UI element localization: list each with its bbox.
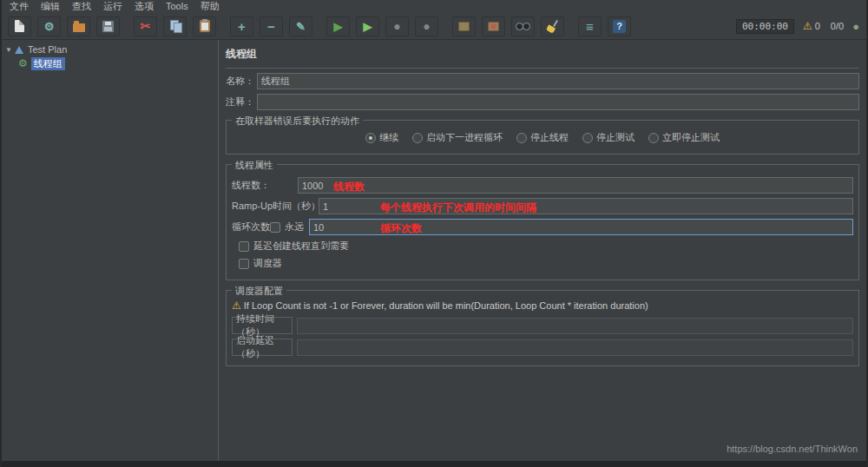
radio-label: 停止线程 xyxy=(530,131,569,144)
group-title: 线程属性 xyxy=(232,159,277,172)
help-question-icon: ? xyxy=(613,20,626,33)
scheduler-checkbox[interactable] xyxy=(239,259,249,269)
open-folder-icon xyxy=(73,23,85,32)
clear-broom-icon xyxy=(546,20,559,32)
radio-icon xyxy=(516,133,527,143)
start-button[interactable]: ▶ xyxy=(326,16,350,36)
name-row: 名称： 线程组 xyxy=(226,73,859,89)
radio-continue[interactable]: 继续 xyxy=(365,131,398,144)
menu-options[interactable]: 选项 xyxy=(128,0,160,13)
copy-icon xyxy=(169,20,181,32)
clear-all-button[interactable] xyxy=(541,16,564,36)
remote-shutdown-all-button[interactable] xyxy=(482,16,505,36)
menu-bar: 文件 编辑 查找 运行 选项 Tools 帮助 xyxy=(2,0,866,13)
remove-button[interactable]: − xyxy=(260,16,283,36)
page-title: 线程组 xyxy=(226,46,859,69)
tree-item-test-plan[interactable]: ▼ Test Plan xyxy=(2,43,218,56)
thread-properties-group: 线程属性 线程数： 1000 线程数 Ramp-Up时间（秒）： 1 每个线程执… xyxy=(226,164,859,280)
radio-label: 停止测试 xyxy=(596,131,635,144)
remote-start-all-button[interactable] xyxy=(452,16,476,36)
toolbar: ⚙ ✂ + − ✎ ▶ ▶ ● ● ≡ ? 00:00:00 ⚠ 0 0/0 ● xyxy=(2,13,866,40)
radio-start-next-loop[interactable]: 启动下一进程循环 xyxy=(412,131,503,144)
cut-button[interactable]: ✂ xyxy=(134,16,157,36)
action-radio-row: 继续 启动下一进程循环 停止线程 停止测试 立即停止测试 xyxy=(232,128,853,148)
content-area: ▼ Test Plan ⚙ 线程组 线程组 名称： 线程组 注释： 在取样器错误… xyxy=(2,40,866,461)
remove-minus-icon: − xyxy=(267,20,275,33)
function-helper-button[interactable]: ≡ xyxy=(578,16,602,36)
duration-label: 持续时间（秒） xyxy=(232,317,293,334)
sampler-error-action-group: 在取样器错误后要执行的动作 继续 启动下一进程循环 停止线程 停止测试 立即停止… xyxy=(226,120,859,155)
toggle-button[interactable]: ✎ xyxy=(289,16,312,36)
forever-checkbox[interactable] xyxy=(270,222,280,233)
start-no-pauses-play-icon: ▶ xyxy=(364,21,372,32)
jmeter-window: 文件 编辑 查找 运行 选项 Tools 帮助 ⚙ ✂ + − ✎ ▶ ▶ ● … xyxy=(0,0,868,467)
function-helper-icon: ≡ xyxy=(586,20,594,33)
duration-row: 持续时间（秒） xyxy=(232,317,853,334)
rampup-row: Ramp-Up时间（秒）： 1 每个线程执行下次调用的时间间隔 xyxy=(232,198,853,214)
paste-button[interactable] xyxy=(193,16,216,36)
startup-delay-input[interactable] xyxy=(297,339,853,356)
tree-item-label: Test Plan xyxy=(28,44,67,55)
tree-item-thread-group[interactable]: ⚙ 线程组 xyxy=(2,56,218,70)
scheduler-label: 调度器 xyxy=(253,257,282,270)
search-button[interactable] xyxy=(511,16,535,36)
templates-button[interactable]: ⚙ xyxy=(37,16,61,36)
warning-icon: ⚠ xyxy=(803,21,812,31)
warning-icon: ⚠ xyxy=(232,300,241,311)
warning-count: 0 xyxy=(815,21,820,31)
paste-clipboard-icon xyxy=(200,20,210,32)
log-warning-indicator[interactable]: ⚠ 0 xyxy=(803,21,820,31)
radio-stop-thread[interactable]: 停止线程 xyxy=(516,131,569,144)
menu-help[interactable]: 帮助 xyxy=(194,0,226,13)
stop-button[interactable]: ● xyxy=(385,16,409,36)
menu-edit[interactable]: 编辑 xyxy=(35,0,66,13)
loop-count-row: 循环次数 永远 10 循环次数 xyxy=(232,219,853,235)
annotation-threads: 线程数 xyxy=(333,180,365,194)
window-edge xyxy=(2,461,866,467)
copy-button[interactable] xyxy=(163,16,187,36)
add-button[interactable]: + xyxy=(230,16,253,36)
toolbar-status-area: 00:00:00 ⚠ 0 0/0 ● xyxy=(736,19,859,34)
comment-row: 注释： xyxy=(226,94,859,110)
scheduler-warning-row: ⚠ If Loop Count is not -1 or Forever, du… xyxy=(232,300,853,311)
threads-label: 线程数： xyxy=(232,179,298,192)
radio-icon xyxy=(412,133,423,143)
shutdown-circle-icon: ● xyxy=(423,20,430,32)
help-button[interactable]: ? xyxy=(608,16,631,36)
expander-icon[interactable]: ▼ xyxy=(5,46,15,54)
thread-counter: 0/0 xyxy=(831,21,844,31)
stop-circle-icon: ● xyxy=(393,20,400,32)
radio-label: 继续 xyxy=(379,131,398,144)
delay-create-label: 延迟创建线程直到需要 xyxy=(253,240,349,253)
thread-group-panel: 线程组 名称： 线程组 注释： 在取样器错误后要执行的动作 继续 启动下一进程循… xyxy=(219,40,866,461)
save-button[interactable] xyxy=(96,16,120,36)
comment-label: 注释： xyxy=(226,95,257,109)
cut-scissors-icon: ✂ xyxy=(141,20,151,32)
comment-input[interactable] xyxy=(257,94,859,110)
start-no-pauses-button[interactable]: ▶ xyxy=(356,16,379,36)
test-plan-icon xyxy=(15,46,23,54)
menu-run[interactable]: 运行 xyxy=(97,0,128,13)
test-status-circle-icon: ● xyxy=(852,21,859,32)
radio-stop-test-now[interactable]: 立即停止测试 xyxy=(648,131,720,144)
threads-input[interactable]: 1000 xyxy=(298,177,853,194)
tree-item-label-selected: 线程组 xyxy=(31,57,65,70)
menu-tools[interactable]: Tools xyxy=(160,0,194,13)
shutdown-button[interactable]: ● xyxy=(415,16,438,36)
radio-label: 立即停止测试 xyxy=(662,131,720,144)
threads-row: 线程数： 1000 线程数 xyxy=(232,177,853,194)
duration-input[interactable] xyxy=(297,318,853,334)
open-file-button[interactable] xyxy=(67,16,90,36)
menu-file[interactable]: 文件 xyxy=(3,0,35,13)
radio-stop-test[interactable]: 停止测试 xyxy=(582,131,635,144)
annotation-rampup: 每个线程执行下次调用的时间间隔 xyxy=(380,201,536,215)
menu-search[interactable]: 查找 xyxy=(66,0,97,13)
group-title: 调度器配置 xyxy=(232,285,286,298)
radio-icon xyxy=(648,133,659,143)
scheduler-config-group: 调度器配置 ⚠ If Loop Count is not -1 or Forev… xyxy=(226,290,859,366)
name-input[interactable]: 线程组 xyxy=(257,73,859,89)
new-file-button[interactable] xyxy=(8,16,31,36)
add-plus-icon: + xyxy=(238,20,246,33)
save-disk-icon xyxy=(102,21,114,32)
delay-create-checkbox[interactable] xyxy=(239,241,249,252)
